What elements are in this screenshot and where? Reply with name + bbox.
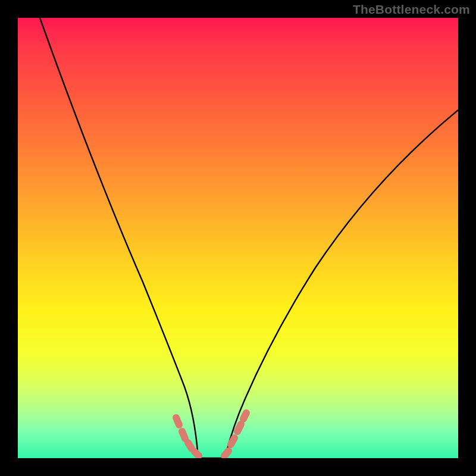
watermark-label: TheBottleneck.com (353, 2, 470, 17)
svg-line-5 (231, 438, 234, 444)
svg-line-4 (224, 451, 228, 456)
dash-markers-right (224, 413, 246, 456)
svg-line-7 (243, 413, 246, 419)
dash-markers (18, 18, 458, 458)
svg-line-3 (195, 452, 199, 456)
svg-line-6 (237, 424, 241, 431)
plot-area (18, 18, 458, 458)
svg-line-0 (176, 418, 179, 425)
svg-line-1 (182, 431, 185, 439)
chart-frame: TheBottleneck.com (0, 0, 476, 476)
dash-markers-left (176, 418, 199, 456)
svg-line-2 (188, 443, 192, 449)
